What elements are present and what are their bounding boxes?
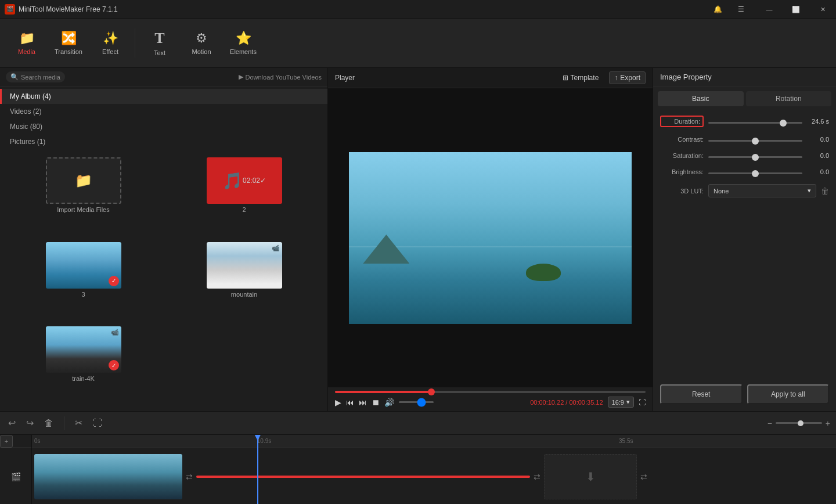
duration-label: Duration: bbox=[660, 116, 704, 127]
volume-slider[interactable] bbox=[399, 401, 434, 403]
search-box[interactable]: 🔍 Search media bbox=[6, 71, 65, 82]
progress-bar[interactable] bbox=[335, 391, 646, 393]
media-grid: 📁 Import Media Files 🎵 02:02 ✓ 2 ✓ 3 bbox=[0, 152, 327, 411]
split-button[interactable]: ✂ bbox=[73, 415, 85, 431]
window-controls: — ⬜ ✕ bbox=[756, 0, 836, 19]
music-thumb: 🎵 02:02 ✓ bbox=[207, 157, 282, 204]
controls-row: ▶ ⏮ ⏭ ⏹ 🔊 00:00:10.22 / 00:00:35.12 16:9… bbox=[335, 397, 646, 408]
toolbar-text[interactable]: T Text bbox=[139, 23, 181, 63]
redo-button[interactable]: ↪ bbox=[24, 415, 36, 431]
play-button[interactable]: ▶ bbox=[335, 398, 341, 407]
contrast-slider[interactable] bbox=[708, 140, 802, 142]
titlebar: 🎬 MiniTool MovieMaker Free 7.1.1 🔔 ☰ — ⬜… bbox=[0, 0, 836, 19]
ruler-spacer: + bbox=[0, 435, 31, 448]
saturation-label: Saturation: bbox=[660, 152, 704, 159]
lut-delete-button[interactable]: 🗑 bbox=[821, 186, 829, 196]
template-icon: ⊞ bbox=[563, 74, 568, 82]
toolbar-transition[interactable]: 🔀 Transition bbox=[48, 23, 89, 63]
current-time: 00:00:10.22 bbox=[530, 399, 564, 406]
media-item-mountain[interactable]: 📹 mountain bbox=[167, 242, 322, 321]
video-display bbox=[349, 152, 632, 324]
clip-train[interactable] bbox=[34, 454, 182, 499]
media-item-import[interactable]: 📁 Import Media Files bbox=[6, 157, 161, 236]
album-my-album[interactable]: My Album (4) bbox=[0, 89, 327, 104]
tab-basic[interactable]: Basic bbox=[658, 91, 744, 106]
left-panel: 🔍 Search media ▶ Download YouTube Videos… bbox=[0, 68, 328, 411]
brightness-value: 0.0 bbox=[807, 168, 829, 175]
delete-clip-button[interactable]: 🗑 bbox=[42, 416, 56, 431]
maximize-button[interactable]: ⬜ bbox=[783, 0, 809, 19]
clip-transition-arrow-3[interactable]: ⇄ bbox=[638, 472, 650, 481]
music-icon: 🎵 bbox=[222, 171, 243, 190]
ocean-thumb: ✓ bbox=[46, 242, 121, 289]
brightness-label: Brightness: bbox=[660, 168, 704, 175]
download-youtube-button[interactable]: ▶ Download YouTube Videos bbox=[239, 73, 322, 81]
clip-transition-arrow-2[interactable]: ⇄ bbox=[531, 472, 543, 481]
duration-slider[interactable] bbox=[708, 122, 802, 124]
mountain-silhouette bbox=[363, 235, 409, 264]
panel-tabs: Basic Rotation bbox=[653, 87, 836, 111]
fullscreen-button[interactable]: ⛶ bbox=[639, 398, 646, 406]
album-music[interactable]: Music (80) bbox=[0, 119, 327, 134]
toolbar-separator-1 bbox=[135, 28, 135, 57]
train-thumb: 📹 ✓ bbox=[46, 326, 121, 373]
clip-train-inner bbox=[34, 454, 182, 499]
menu-icon[interactable]: ☰ bbox=[732, 0, 750, 19]
clip-transition-arrow-1[interactable]: ⇄ bbox=[183, 472, 195, 481]
album-pictures[interactable]: Pictures (1) bbox=[0, 134, 327, 149]
zoom-slider[interactable] bbox=[776, 422, 822, 424]
progress-thumb[interactable] bbox=[428, 388, 435, 395]
toolbar: 📁 Media 🔀 Transition ✨ Effect T Text ⚙ M… bbox=[0, 19, 836, 68]
player-area: Player ⊞ Template ↑ Export bbox=[328, 68, 653, 411]
add-track-button[interactable]: + bbox=[0, 435, 13, 448]
clip-ocean[interactable]: ✂ bbox=[196, 476, 530, 478]
search-icon: 🔍 bbox=[10, 73, 19, 81]
clip-placeholder[interactable]: ⬇ bbox=[544, 454, 637, 499]
timeline-content: + 🎬 🎵 0s 10.9s 35.5s bbox=[0, 435, 836, 504]
property-section: Duration: 24.6 s Contrast: 0.0 Saturatio… bbox=[653, 111, 836, 210]
prev-button[interactable]: ⏮ bbox=[346, 398, 354, 407]
export-button[interactable]: ↑ Export bbox=[609, 71, 646, 84]
contrast-row: Contrast: 0.0 bbox=[660, 135, 829, 143]
saturation-slider[interactable] bbox=[708, 156, 802, 158]
time-display: 00:00:10.22 / 00:00:35.12 bbox=[530, 399, 603, 406]
crop-button[interactable]: ⛶ bbox=[91, 416, 105, 431]
chevron-down-icon: ▾ bbox=[626, 398, 630, 406]
apply-all-button[interactable]: Apply to all bbox=[747, 384, 830, 404]
media-item-train[interactable]: 📹 ✓ train-4K bbox=[6, 326, 161, 405]
notification-icon[interactable]: 🔔 bbox=[708, 0, 727, 19]
aspect-ratio-select[interactable]: 16:9 ▾ bbox=[608, 397, 634, 408]
toolbar-media-label: Media bbox=[18, 48, 35, 55]
toolbar-effect[interactable]: ✨ Effect bbox=[89, 23, 131, 63]
zoom-control: − + bbox=[767, 419, 830, 428]
reset-button[interactable]: Reset bbox=[660, 384, 743, 404]
timeline-sep-1 bbox=[64, 416, 64, 430]
panel-top: 🔍 Search media ▶ Download YouTube Videos bbox=[0, 68, 327, 87]
media-item-3[interactable]: ✓ 3 bbox=[6, 242, 161, 321]
toolbar-media[interactable]: 📁 Media bbox=[6, 23, 48, 63]
lut-select[interactable]: None ▾ bbox=[708, 184, 816, 197]
duration-value: 24.6 s bbox=[807, 118, 829, 125]
toolbar-elements-label: Elements bbox=[230, 48, 257, 55]
text-icon: T bbox=[154, 30, 164, 47]
media-item-2[interactable]: 🎵 02:02 ✓ 2 bbox=[167, 157, 322, 236]
motion-icon: ⚙ bbox=[196, 31, 207, 46]
brightness-slider[interactable] bbox=[708, 172, 802, 174]
minimize-button[interactable]: — bbox=[756, 0, 783, 19]
zoom-out-icon[interactable]: − bbox=[767, 419, 772, 428]
toolbar-elements[interactable]: ⭐ Elements bbox=[222, 23, 264, 63]
zoom-in-icon[interactable]: + bbox=[826, 419, 830, 428]
checked-badge: ✓ bbox=[260, 177, 266, 185]
brightness-row: Brightness: 0.0 bbox=[660, 168, 829, 176]
mountain-thumb: 📹 bbox=[207, 242, 282, 289]
stop-button[interactable]: ⏹ bbox=[372, 398, 380, 407]
album-videos[interactable]: Videos (2) bbox=[0, 104, 327, 119]
undo-button[interactable]: ↩ bbox=[6, 415, 18, 431]
tab-rotation[interactable]: Rotation bbox=[746, 91, 832, 106]
close-button[interactable]: ✕ bbox=[809, 0, 836, 19]
next-button[interactable]: ⏭ bbox=[359, 398, 367, 407]
elements-icon: ⭐ bbox=[236, 31, 251, 46]
time-mark-0: 0s bbox=[34, 438, 41, 444]
toolbar-motion[interactable]: ⚙ Motion bbox=[181, 23, 222, 63]
template-button[interactable]: ⊞ Template bbox=[558, 72, 604, 84]
